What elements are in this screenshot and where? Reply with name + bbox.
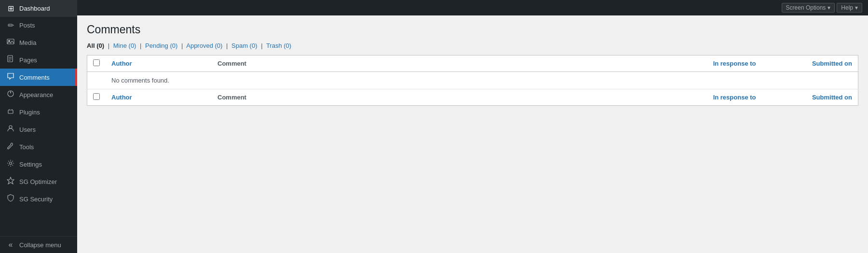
svg-point-11 [10,162,12,165]
sidebar-item-label: Pages [19,56,37,64]
author-column-header[interactable]: Author [106,56,212,72]
select-all-checkbox-bottom[interactable] [93,93,100,100]
author-footer-label: Author [111,94,132,101]
help-button[interactable]: Help ▾ [837,3,862,13]
screen-options-arrow-icon: ▾ [827,4,830,11]
sidebar-item-sg-security[interactable]: SG Security [0,190,77,208]
sidebar-item-label: Comments [19,74,50,81]
filter-trash[interactable]: Trash (0) [266,42,291,49]
in-response-footer-header[interactable]: In response to [665,89,762,106]
sidebar-item-comments[interactable]: Comments [0,69,77,86]
sidebar-item-tools[interactable]: Tools [0,138,77,155]
comment-footer-label: Comment [217,94,246,101]
collapse-menu-button[interactable]: « Collapse menu [0,236,77,253]
sidebar-item-label: Dashboard [19,5,50,12]
sidebar-item-sg-optimizer[interactable]: SG Optimizer [0,173,77,190]
sidebar-item-label: Users [19,126,36,133]
dashboard-icon: ⊞ [6,4,15,13]
screen-options-button[interactable]: Screen Options ▾ [782,3,835,13]
filter-approved[interactable]: Approved (0) [186,42,222,49]
filter-mine[interactable]: Mine (0) [113,42,136,49]
posts-icon: ✏ [6,21,15,30]
sidebar-item-label: Posts [19,22,35,29]
svg-rect-7 [8,110,13,113]
sidebar-item-label: SG Security [19,196,53,203]
help-arrow-icon: ▾ [855,4,858,11]
in-response-header-label: In response to [713,60,756,67]
sidebar-item-label: SG Optimizer [19,178,57,185]
sg-security-icon [6,194,15,204]
filter-all-count: (0) [96,42,104,49]
sidebar: ⊞ Dashboard ✏ Posts Media Pages Comments… [0,0,77,253]
collapse-icon: « [6,240,15,249]
users-icon [6,125,15,134]
table-header-row: Author Comment In response to Submitted … [87,56,858,72]
sidebar-item-label: Media [19,39,36,46]
no-comments-cb [87,72,106,89]
separator-1: | [108,42,109,49]
sidebar-item-plugins[interactable]: Plugins [0,103,77,121]
submitted-footer-label: Submitted on [812,94,852,101]
filter-spam-count: (0) [250,42,258,49]
tools-icon [6,142,15,152]
sidebar-item-media[interactable]: Media [0,34,77,51]
appearance-icon [6,90,15,99]
author-header-label: Author [111,60,132,67]
comment-header-label: Comment [217,60,246,67]
sidebar-item-appearance[interactable]: Appearance [0,86,77,103]
media-icon [6,38,15,47]
sidebar-item-label: Settings [19,161,42,168]
filter-mine-count: (0) [129,42,136,49]
no-comments-row: No comments found. [87,72,858,89]
collapse-menu-label: Collapse menu [19,241,61,249]
filter-spam[interactable]: Spam (0) [231,42,257,49]
comments-icon [6,72,15,82]
filter-approved-count: (0) [215,42,223,49]
separator-3: | [181,42,183,49]
main-content: Screen Options ▾ Help ▾ Comments All (0)… [77,0,868,253]
filter-pending-count: (0) [170,42,177,49]
sg-optimizer-icon [6,177,15,186]
sidebar-item-label: Tools [19,143,34,151]
plugins-icon [6,107,15,117]
screen-options-label: Screen Options [786,4,826,11]
in-response-footer-label: In response to [713,94,756,101]
sidebar-item-pages[interactable]: Pages [0,51,77,69]
sidebar-item-label: Appearance [19,91,53,98]
comment-column-header: Comment [212,56,665,72]
submitted-column-header[interactable]: Submitted on [762,56,858,72]
topbar: Screen Options ▾ Help ▾ [77,0,868,15]
sidebar-item-label: Plugins [19,109,40,116]
select-all-checkbox-footer[interactable] [87,89,106,106]
separator-2: | [140,42,141,49]
svg-marker-12 [7,177,14,184]
no-comments-message: No comments found. [106,72,858,89]
sidebar-item-dashboard[interactable]: ⊞ Dashboard [0,0,77,17]
select-all-checkbox-header[interactable] [87,56,106,72]
sidebar-item-settings[interactable]: Settings [0,155,77,173]
submitted-header-label: Submitted on [812,60,852,67]
separator-5: | [261,42,262,49]
settings-icon [6,159,15,169]
filter-bar: All (0) | Mine (0) | Pending (0) | Appro… [87,42,858,49]
content-area: Comments All (0) | Mine (0) | Pending (0… [77,15,868,253]
filter-trash-count: (0) [284,42,291,49]
filter-all[interactable]: All (0) [87,42,104,49]
filter-pending[interactable]: Pending (0) [145,42,177,49]
sidebar-item-posts[interactable]: ✏ Posts [0,17,77,34]
page-title: Comments [87,23,858,36]
pages-icon [6,55,15,65]
comments-table: Author Comment In response to Submitted … [87,55,858,106]
sidebar-item-users[interactable]: Users [0,121,77,138]
in-response-column-header[interactable]: In response to [665,56,762,72]
submitted-footer-header[interactable]: Submitted on [762,89,858,106]
help-label: Help [841,4,853,11]
select-all-checkbox[interactable] [93,59,100,66]
table-footer-row: Author Comment In response to Submitted … [87,89,858,106]
comment-footer-header: Comment [212,89,665,106]
separator-4: | [226,42,228,49]
svg-point-10 [9,126,12,128]
author-footer-header[interactable]: Author [106,89,212,106]
